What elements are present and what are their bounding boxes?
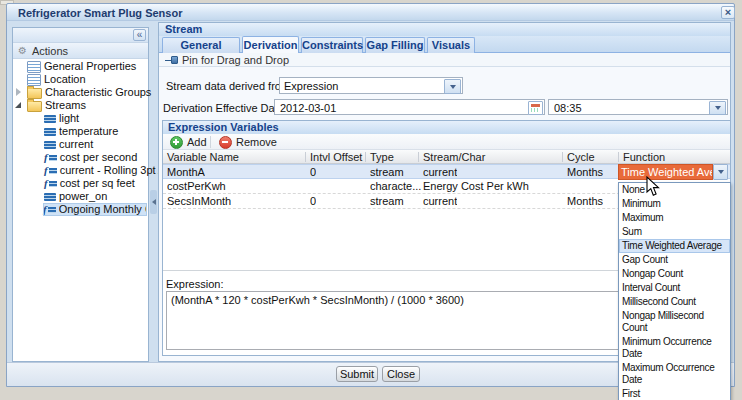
dropdown-option[interactable]: Minimum Occurrence Date [619,335,730,361]
sidebar-item-cost-per-sq-feet[interactable]: f cost per sq feet [44,177,135,190]
dropdown-option[interactable]: None [619,183,730,197]
tab-derivation[interactable]: Derivation [242,36,299,53]
close-icon[interactable]: × [721,6,735,19]
effective-date-value: 2012-03-01 [280,101,526,115]
column-separator[interactable] [418,152,419,162]
column-separator[interactable] [562,152,563,162]
function-dropdown-list: None Minimum Maximum Sum Time Weighted A… [618,182,731,400]
pin-icon[interactable] [165,56,178,64]
cell-cycle: Months [567,194,603,208]
splitter-handle[interactable] [150,190,157,214]
add-button-label: Add [187,134,207,150]
sidebar-item-location[interactable]: Location [27,73,86,86]
pin-bar-label: Pin for Drag and Drop [182,53,289,67]
close-button[interactable]: Close [382,366,420,382]
actions-header-label: Actions [32,44,68,58]
stream-icon [44,193,56,201]
tab-gap-filling[interactable]: Gap Filling [365,37,425,53]
column-separator[interactable] [365,152,366,162]
dropdown-option[interactable]: Nongap Millisecond Count [619,309,730,335]
col-type[interactable]: Type [370,151,394,164]
dropdown-option[interactable]: Interval Count [619,281,730,295]
collapse-panel-icon[interactable]: « [133,29,146,41]
sidebar-item-current-rolling-avg[interactable]: f current - Rolling 3pt Avg [44,164,177,177]
desktop: Refrigerator Smart Plug Sensor × « ⚙ Act… [0,0,742,400]
remove-button[interactable]: Remove [219,134,277,150]
add-icon [170,136,183,149]
sidebar-item-label: light [59,112,79,125]
expander-expanded-icon[interactable] [15,102,21,108]
chevron-down-icon[interactable] [444,79,461,94]
sidebar-item-light[interactable]: light [44,112,79,125]
dropdown-option-selected[interactable]: Time Weighted Average [619,239,730,253]
toolbar-separator [210,136,211,148]
sidebar-item-cost-per-second[interactable]: f cost per second [44,151,137,164]
col-variable-name[interactable]: Variable Name [167,151,239,164]
add-button[interactable]: Add [170,134,207,150]
derived-from-select[interactable]: Expression [279,77,463,94]
cell-variable-name: SecsInMonth [167,194,231,208]
cell-cycle: Months [567,165,603,179]
tab-general-properties[interactable]: General Properties [162,37,240,53]
col-function[interactable]: Function [623,151,665,164]
submit-button[interactable]: Submit [336,366,378,382]
cell-type: stream [370,194,404,208]
function-combo-chevron-down-icon[interactable] [713,164,728,180]
dropdown-option[interactable]: Millisecond Count [619,295,730,309]
col-stream-char[interactable]: Stream/Char [423,151,485,164]
sidebar-item-label: Streams [45,99,86,112]
sidebar-item-current[interactable]: current [44,138,93,151]
cell-intvl-offset: 0 [310,194,316,208]
tab-constraints[interactable]: Constraints [301,37,363,53]
dropdown-option[interactable]: Sum [619,225,730,239]
sidebar-item-characteristic-groups[interactable]: Characteristic Groups [27,86,151,99]
calendar-icon[interactable] [528,101,543,115]
cell-variable-name: costPerKwh [167,179,226,193]
collapse-left-icon [152,199,156,205]
cell-stream-char: current [423,165,457,179]
tab-visuals[interactable]: Visuals [427,37,475,53]
effective-time-select[interactable]: 08:35 [548,99,728,115]
sidebar-item-general-properties[interactable]: General Properties [27,60,136,73]
properties-icon [27,61,41,73]
stream-icon [44,128,56,136]
sidebar-item-power-on[interactable]: power_on [44,190,107,203]
col-cycle[interactable]: Cycle [567,151,595,164]
cell-intvl-offset: 0 [310,165,316,179]
sidebar-item-streams[interactable]: Streams [27,99,86,112]
expander-collapsed-icon[interactable] [16,88,21,96]
expression-label: Expression: [166,277,223,291]
column-separator[interactable] [618,152,619,162]
col-intvl-offset[interactable]: Intvl Offset [310,151,362,164]
folder-icon [27,88,42,99]
dropdown-option[interactable]: Maximum Occurrence Date [619,361,730,387]
sidebar-item-label: Location [44,73,86,86]
sidebar-item-label: cost per sq feet [60,177,135,190]
derived-from-label: Stream data derived from: [166,79,293,93]
dropdown-option[interactable]: Nongap Count [619,267,730,281]
sidebar-item-label: cost per second [60,151,138,164]
dropdown-option[interactable]: Maximum [619,211,730,225]
sidebar-item-label: Characteristic Groups [45,86,151,99]
stream-panel-header [159,23,730,36]
dropdown-option[interactable]: Gap Count [619,253,730,267]
derived-stream-icon: f [43,204,56,215]
chevron-down-icon[interactable] [709,101,726,115]
effective-time-value: 08:35 [554,101,709,115]
dropdown-option[interactable]: First [619,387,730,400]
sidebar-item-label: power_on [59,190,107,203]
folder-open-icon [27,101,42,112]
cell-variable-name: MonthA [167,165,205,179]
sidebar-item-temperature[interactable]: temperature [44,125,118,138]
sidebar-item-label: Ongoing Monthly Cost (ba... [59,203,147,216]
column-separator[interactable] [305,152,306,162]
sidebar-item-label: General Properties [44,60,136,73]
sidebar-item-ongoing-monthly-cost[interactable]: f Ongoing Monthly Cost (ba... [43,203,147,216]
effective-date-field[interactable]: 2012-03-01 [274,99,545,115]
function-combo-value[interactable]: Time Weighted Average [618,164,713,180]
mouse-cursor [646,176,660,197]
remove-icon [219,136,232,149]
expression-variables-title: Expression Variables [168,121,279,134]
derived-stream-icon: f [44,165,57,176]
dropdown-option[interactable]: Minimum [619,197,730,211]
